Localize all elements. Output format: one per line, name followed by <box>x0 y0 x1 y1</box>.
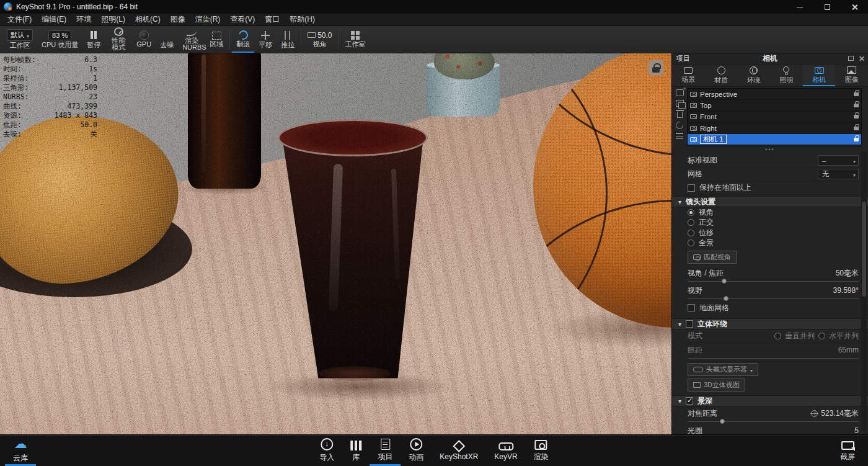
menu-window[interactable]: 窗口 <box>260 14 285 25</box>
menu-view[interactable]: 查看(V) <box>225 14 260 25</box>
camera-name-editbox[interactable]: 相机 1 <box>700 135 727 144</box>
focus-distance-slider[interactable] <box>688 420 859 422</box>
performance-gauge-icon <box>114 27 123 36</box>
cpu-usage-indicator[interactable]: 83 % CPU 使用量 <box>37 26 82 53</box>
gpu-button[interactable]: GPU <box>132 26 156 53</box>
delete-camera-icon[interactable] <box>677 112 683 118</box>
menu-render[interactable]: 渲染(R) <box>190 14 226 25</box>
light-bulb-icon <box>783 66 789 73</box>
close-icon <box>851 4 858 11</box>
tab-image[interactable]: 图像 <box>835 65 868 86</box>
orthographic-radio[interactable] <box>688 219 694 226</box>
tumble-tool-button[interactable]: 翻滚 <box>232 26 254 53</box>
pause-button[interactable]: 暂停 <box>82 26 105 53</box>
tab-material[interactable]: 材质 <box>705 65 738 86</box>
tab-environment[interactable]: 环境 <box>737 65 770 86</box>
keep-above-ground-checkbox[interactable] <box>688 184 695 192</box>
menu-lighting[interactable]: 照明(L) <box>96 14 130 25</box>
grid-dropdown[interactable]: 无 <box>818 169 859 179</box>
collapse-caret-icon <box>678 197 681 206</box>
hmd-button[interactable]: 头戴式显示器 <box>688 363 758 376</box>
lock-icon[interactable] <box>854 115 859 119</box>
dolly-tool-button[interactable]: 推拉 <box>277 26 299 53</box>
fov-slider[interactable] <box>688 297 859 299</box>
workspace-label: 工作区 <box>10 42 30 50</box>
perspective-radio-row: 视角 <box>688 207 859 218</box>
slider-thumb[interactable] <box>720 419 725 424</box>
menu-file[interactable]: 文件(F) <box>2 14 37 25</box>
slider-thumb[interactable] <box>722 279 727 284</box>
menu-image[interactable]: 图像 <box>166 14 190 25</box>
viewport-lock-button[interactable] <box>649 60 663 75</box>
menu-help[interactable]: 帮助(H) <box>285 14 320 25</box>
lock-icon[interactable] <box>854 104 859 107</box>
match-perspective-button[interactable]: 匹配视角 <box>688 251 737 264</box>
fov-field[interactable]: 50.0 视角 <box>303 26 336 53</box>
standard-view-row: 标准视图 – <box>688 154 859 168</box>
keyshotxr-button[interactable]: KeyShotXR <box>432 435 486 466</box>
tab-scene[interactable]: 场景 <box>672 65 705 86</box>
screenshot-button[interactable]: 截屏 <box>832 435 863 466</box>
camera-row-right[interactable]: Right <box>688 123 861 134</box>
focal-length-slider[interactable] <box>688 280 859 282</box>
menu-edit[interactable]: 编辑(E) <box>37 14 71 25</box>
tab-lighting[interactable]: 照明 <box>770 65 803 86</box>
ground-grid-checkbox[interactable] <box>688 304 695 311</box>
keyvr-button[interactable]: KeyVR <box>486 435 525 466</box>
focus-pick-target-icon[interactable] <box>811 410 818 417</box>
workspace-selector[interactable]: 默认 工作区 <box>2 26 37 53</box>
scene-icon <box>684 67 693 74</box>
minimize-button[interactable] <box>786 0 813 14</box>
lock-icon[interactable] <box>854 127 859 130</box>
lock-icon[interactable] <box>854 92 859 96</box>
render-button[interactable]: 渲染 <box>526 435 557 466</box>
maximize-button[interactable] <box>813 0 841 14</box>
lock-icon[interactable] <box>854 138 859 141</box>
undock-panel-icon[interactable] <box>848 56 854 61</box>
dof-checkbox[interactable] <box>686 397 693 405</box>
denoise-button[interactable]: 去噪 <box>156 26 178 53</box>
reset-camera-icon[interactable] <box>675 120 685 131</box>
panoramic-radio[interactable] <box>688 240 694 246</box>
import-button[interactable]: 导入 <box>311 435 342 466</box>
close-panel-icon[interactable] <box>859 56 864 61</box>
shift-radio[interactable] <box>688 230 694 236</box>
menu-camera[interactable]: 相机(C) <box>130 14 166 25</box>
camera-keyframes-icon[interactable] <box>676 133 683 139</box>
menu-environment[interactable]: 环境 <box>71 14 96 25</box>
play-circle-icon <box>410 438 422 450</box>
eye-distance-slider[interactable] <box>688 357 859 359</box>
library-button[interactable]: 库 <box>342 435 370 466</box>
side-by-side-horizontal-radio[interactable] <box>818 333 825 339</box>
studio-button[interactable]: 工作室 <box>341 26 370 53</box>
render-nurbs-button[interactable]: 渲染NURBS <box>178 26 205 53</box>
stereo-3d-view-button[interactable]: 3D立体视图 <box>688 379 745 392</box>
camera-row-perspective[interactable]: Perspective <box>688 89 861 100</box>
lens-settings-section[interactable]: 镜头设置 <box>672 196 868 207</box>
stereo-section[interactable]: 立体环绕 <box>672 318 868 329</box>
viewport-3d[interactable]: 每秒帧数:6.3 时间:1s 采样值:1 三角形:1,137,509 NURBS… <box>0 53 671 434</box>
stereo-checkbox[interactable] <box>686 320 693 328</box>
performance-mode-button[interactable]: 性能模式 <box>105 26 132 53</box>
duplicate-camera-icon[interactable] <box>676 100 684 107</box>
list-resize-handle[interactable]: ••• <box>672 146 868 154</box>
perspective-radio[interactable] <box>688 209 694 216</box>
animation-button[interactable]: 动画 <box>401 435 432 466</box>
standard-view-dropdown[interactable]: – <box>818 155 859 166</box>
cloud-library-button[interactable]: ☁ 云库 <box>5 435 36 466</box>
scrollbar-thumb[interactable] <box>862 202 866 297</box>
panel-tabs: 场景 材质 环境 照明 相机 图像 <box>672 65 868 87</box>
panel-scrollbar[interactable] <box>861 151 867 431</box>
slider-thumb[interactable] <box>724 296 728 301</box>
tab-camera[interactable]: 相机 <box>803 65 836 86</box>
add-camera-icon[interactable] <box>676 89 684 96</box>
side-by-side-vertical-radio[interactable] <box>774 333 781 339</box>
region-button[interactable]: 区域 <box>205 26 228 53</box>
camera-row-front[interactable]: Front <box>688 112 861 123</box>
pan-tool-button[interactable]: 平移 <box>254 26 277 53</box>
camera-row-top[interactable]: Top <box>688 100 861 111</box>
dof-section[interactable]: 景深 <box>672 395 868 406</box>
project-button[interactable]: 项目 <box>370 435 401 466</box>
close-button[interactable] <box>841 0 868 14</box>
camera-row-camera1-selected[interactable]: 相机 1 <box>688 134 861 145</box>
